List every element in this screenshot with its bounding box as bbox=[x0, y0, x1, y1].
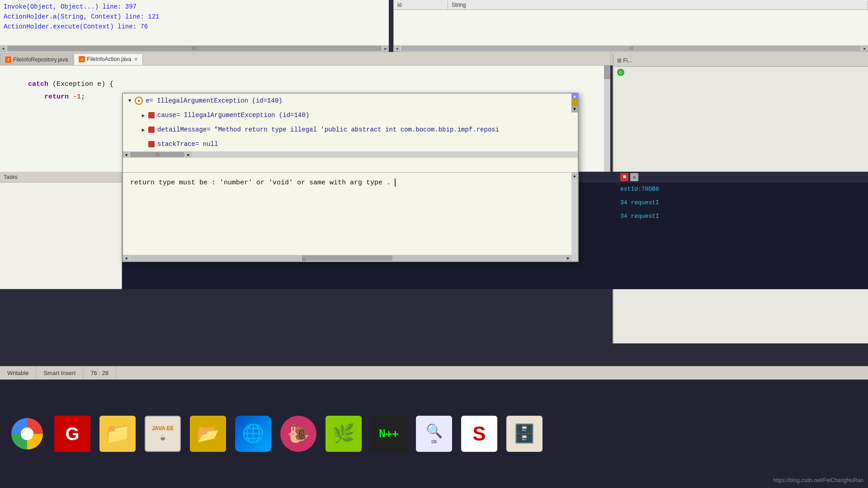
debug-row-1-text: cause= IllegalArgumentException (id=140) bbox=[157, 112, 309, 119]
var-scroll-dots: ⁞⁞⁞ bbox=[629, 46, 633, 51]
number-minus1: -1 bbox=[73, 93, 81, 101]
expand-arrow-1[interactable]: ▶ bbox=[140, 112, 146, 118]
debug-hscroll-thumb[interactable]: ⁞⁞⁞ bbox=[130, 152, 184, 157]
taskbar-star[interactable]: 🌿 bbox=[326, 416, 362, 452]
debug-tree-row-1[interactable]: ▶ cause= IllegalArgumentException (id=14… bbox=[123, 108, 578, 122]
java-ee-label: JAVA EE bbox=[151, 425, 174, 432]
hscroll-left-arrow[interactable]: ◀ bbox=[0, 45, 6, 52]
db-icon: 🔍 bbox=[426, 423, 443, 440]
chrome-icon bbox=[11, 418, 43, 450]
error-hscroll-dots: ⁞⁞⁞ bbox=[302, 258, 306, 261]
col-string: String bbox=[448, 1, 868, 9]
smart-insert-label: Smart Insert bbox=[43, 370, 75, 376]
debug-tree: ▼ ● e= IllegalArgumentException (id=140)… bbox=[123, 94, 578, 173]
status-smart-insert: Smart Insert bbox=[36, 366, 83, 380]
tab-file-info-action[interactable]: J FileInfoAction.java ✕ bbox=[74, 53, 143, 65]
var-icon-circle-0: ● bbox=[135, 97, 143, 105]
error-hscroll-track: ⁞⁞⁞ bbox=[130, 255, 564, 261]
debug-row-0-text: e= IllegalArgumentException (id=140) bbox=[146, 97, 282, 104]
hscroll-right-arrow[interactable]: ▶ bbox=[382, 45, 389, 52]
tasks-panel: Tasks bbox=[0, 172, 122, 289]
taskbar-java-ee[interactable]: JAVA EE ☕ bbox=[145, 416, 181, 452]
stack-trace-panel: Invoke(Object, Object...) line: 397 Acti… bbox=[0, 0, 389, 52]
status-position: 76 : 28 bbox=[83, 366, 116, 380]
db-label: DB bbox=[431, 440, 437, 445]
error-message-text: return type must be : 'number' or 'void'… bbox=[123, 173, 578, 193]
debug-tree-hscroll[interactable]: ◀ ⁞⁞⁞ ▶ bbox=[123, 151, 578, 158]
taskbar-snail[interactable]: 🐌 bbox=[280, 416, 316, 452]
debug-hscroll-left[interactable]: ◀ bbox=[123, 151, 129, 158]
debug-tree-row-3[interactable]: stackTrace= null bbox=[123, 137, 578, 151]
tab-label-repository: FileInfoRepository.java bbox=[13, 56, 68, 63]
taskbar-browser[interactable]: 🌐 bbox=[235, 416, 271, 452]
console-close-red[interactable]: ■ bbox=[620, 173, 628, 181]
var-icon-square-1 bbox=[148, 112, 155, 118]
outline-item-1[interactable]: G bbox=[613, 67, 868, 78]
watermark: https://blog.csdn.net/FeiChangNuRao bbox=[773, 477, 863, 483]
np-plus-label: N++ bbox=[379, 427, 398, 440]
console-close-x[interactable]: ✕ bbox=[630, 173, 638, 181]
outline-item-icon-1: G bbox=[617, 69, 624, 76]
taskbar-file-cabinet[interactable]: 🗄️ bbox=[506, 416, 542, 452]
position-label: 76 : 28 bbox=[90, 370, 108, 376]
console-right: ■ ✕ estId:70DB6 34 requestI 34 requestI bbox=[617, 172, 868, 289]
outline-panel-header: ⊞ Fi... bbox=[613, 54, 868, 67]
taskbar-red-g[interactable]: G bbox=[54, 416, 90, 452]
debug-row-3-text: stackTrace= null bbox=[157, 141, 218, 148]
var-hscroll-left[interactable]: ◀ bbox=[394, 45, 400, 52]
error-hscroll-right[interactable]: ▶ bbox=[565, 255, 571, 261]
editor-vscrollbar[interactable] bbox=[604, 66, 610, 172]
variables-panel-top: id String ◀ ⁞⁞⁞ ▶ bbox=[393, 0, 868, 52]
taskbar: G 📁 JAVA EE ☕ 📂 🌐 🐌 🌿 N++ bbox=[0, 380, 868, 488]
hscroll-thumb[interactable]: ⁞⁞⁞ bbox=[7, 46, 382, 51]
file-mgr-icon: 📂 bbox=[197, 423, 219, 445]
folder-icon: 📁 bbox=[105, 421, 130, 446]
browser-icon: 🌐 bbox=[242, 423, 264, 445]
tab-label-action: FileInfoAction.java bbox=[87, 56, 131, 62]
red-g-label: G bbox=[65, 424, 79, 444]
file-cabinet-icon: 🗄️ bbox=[513, 423, 536, 445]
tab-icon-action: J bbox=[79, 56, 85, 62]
console-right-header: ■ ✕ bbox=[617, 172, 868, 183]
snail-icon: 🐌 bbox=[287, 423, 310, 445]
editor-vscroll-thumb[interactable] bbox=[604, 66, 610, 79]
error-hscroll-thumb[interactable]: ⁞⁞⁞ bbox=[302, 255, 392, 261]
var-hscroll-thumb[interactable]: ⁞⁞⁞ bbox=[401, 46, 861, 51]
var-icon-square-2 bbox=[148, 127, 155, 133]
error-vscroll[interactable]: ▲ bbox=[571, 173, 578, 261]
taskbar-folder[interactable]: 📁 bbox=[99, 416, 136, 452]
taskbar-file-mgr[interactable]: 📂 bbox=[190, 416, 226, 452]
debug-row-2-text: detailMessage= "Method return type illeg… bbox=[157, 126, 499, 133]
console-right-log-0: estId:70DB6 bbox=[617, 183, 868, 196]
sogou-label: S bbox=[472, 422, 486, 445]
debug-hscroll-right[interactable]: ▶ bbox=[185, 151, 192, 158]
stack-trace-text: Invoke(Object, Object...) line: 397 Acti… bbox=[0, 0, 389, 33]
debug-tree-row-2[interactable]: ▶ detailMessage= "Method return type ill… bbox=[123, 122, 578, 137]
error-hscroll-left[interactable]: ◀ bbox=[123, 255, 129, 261]
error-hscroll[interactable]: ◀ ⁞⁞⁞ ▶ bbox=[123, 255, 571, 261]
tab-close-action[interactable]: ✕ bbox=[134, 56, 138, 62]
main-container: Invoke(Object, Object...) line: 397 Acti… bbox=[0, 0, 868, 488]
expand-arrow-2[interactable]: ▶ bbox=[140, 127, 146, 133]
console-close-btns: ■ ✕ bbox=[620, 173, 638, 181]
expand-arrow-0[interactable]: ▼ bbox=[127, 98, 133, 104]
console-right-log-1: 34 requestI bbox=[617, 196, 868, 210]
console-right-log-2: 34 requestI bbox=[617, 210, 868, 223]
taskbar-np-plus[interactable]: N++ bbox=[371, 416, 407, 452]
scroll-dots: ⁞⁞⁞ bbox=[192, 46, 197, 51]
debug-tree-row-0[interactable]: ▼ ● e= IllegalArgumentException (id=140) bbox=[123, 94, 578, 108]
error-message-area: return type must be : 'number' or 'void'… bbox=[123, 173, 578, 261]
tab-file-info-repository[interactable]: J FileInfoRepository.java bbox=[0, 53, 73, 65]
taskbar-sogou[interactable]: S bbox=[461, 416, 497, 452]
tasks-tab-label: Tasks bbox=[4, 174, 18, 180]
stack-trace-hscroll[interactable]: ◀ ⁞⁞⁞ ▶ bbox=[0, 45, 389, 52]
error-vscroll-up[interactable]: ▲ bbox=[571, 173, 578, 179]
taskbar-chrome[interactable] bbox=[9, 416, 45, 452]
variables-hscroll[interactable]: ◀ ⁞⁞⁞ ▶ bbox=[394, 45, 868, 52]
status-writable: Writable bbox=[0, 366, 36, 380]
tab-icon-repository: J bbox=[5, 56, 11, 63]
var-hscroll-right[interactable]: ▶ bbox=[862, 45, 868, 52]
taskbar-db-search[interactable]: 🔍 DB bbox=[416, 416, 452, 452]
col-id: id bbox=[394, 1, 448, 9]
tab-bar: J FileInfoRepository.java J FileInfoActi… bbox=[0, 52, 610, 66]
